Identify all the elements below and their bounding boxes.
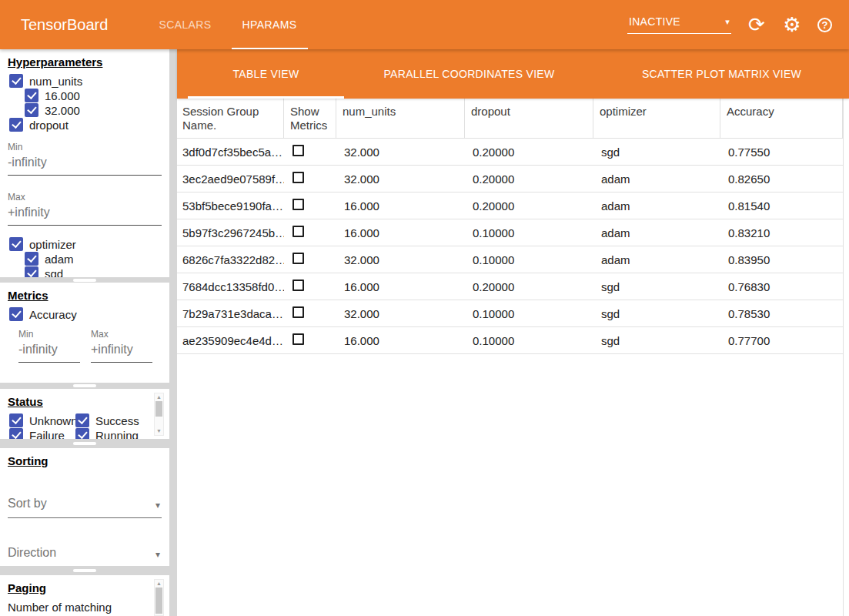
paging-scrollbar[interactable]: ▲ — [154, 579, 164, 616]
checkbox-label: adam — [45, 253, 74, 266]
show-metrics-cell — [284, 199, 336, 213]
session-group-name-cell[interactable]: 6826c7fa3322d82… — [177, 253, 284, 266]
checkbox-label: optimizer — [29, 238, 76, 251]
sidebar: Hyperparameters num_units16.00032.000dro… — [0, 49, 169, 616]
accuracy-cell: 0.81540 — [720, 199, 843, 213]
session-group-name-cell[interactable]: ae235909ec4e4d… — [177, 334, 284, 347]
column-header-session-group-name: Session Group Name. — [177, 99, 284, 138]
show-metrics-checkbox[interactable] — [292, 172, 304, 183]
show-metrics-checkbox[interactable] — [292, 280, 304, 291]
table-row: 7b29a731e3daca…32.0000.10000sgd0.78530 — [177, 300, 843, 327]
dropout-min-field[interactable]: Min -infinity — [8, 142, 162, 176]
accuracy-max-field[interactable]: Max +infinity — [91, 329, 152, 363]
session-group-name-cell[interactable]: 7684dcc13358fd0… — [177, 280, 284, 293]
nav-tab-hparams[interactable]: HPARAMS — [227, 0, 313, 49]
num_units-cell: 16.000 — [336, 199, 465, 213]
show-metrics-checkbox[interactable] — [292, 333, 304, 345]
checkbox-label: Success — [95, 414, 139, 427]
view-tab-table-view[interactable]: TABLE VIEW — [188, 49, 344, 99]
min-label: Min — [8, 142, 162, 152]
scroll-up-icon[interactable]: ▲ — [156, 394, 162, 400]
show-metrics-cell — [284, 172, 336, 186]
checkbox-num-units[interactable] — [9, 74, 23, 88]
checkbox-dropout[interactable] — [9, 118, 23, 132]
help-icon[interactable]: ? — [817, 18, 832, 32]
column-header-show-metrics: Show Metrics — [284, 99, 336, 138]
session-group-name-cell[interactable]: 53bf5bece9190fa… — [177, 199, 284, 213]
checkbox-row-sgd: sgd — [25, 266, 162, 277]
min-input[interactable]: -infinity — [18, 340, 80, 363]
dropout-cell: 0.20000 — [465, 199, 593, 213]
table-row: 5b97f3c2967245b…16.0000.10000adam0.83210 — [177, 219, 843, 246]
show-metrics-checkbox[interactable] — [292, 226, 304, 237]
min-label: Min — [18, 329, 80, 340]
optimizer-cell: adam — [593, 226, 720, 239]
scrollbar-thumb[interactable] — [155, 588, 162, 614]
reload-status-select[interactable]: INACTIVE ▾ — [627, 15, 731, 34]
checkbox-accuracy[interactable] — [9, 307, 23, 321]
scrollbar-thumb[interactable] — [155, 401, 162, 417]
max-label: Max — [8, 192, 162, 203]
section-resize-handle[interactable] — [0, 277, 169, 283]
column-header-optimizer: optimizer — [593, 99, 720, 138]
min-input[interactable]: -infinity — [8, 152, 162, 176]
show-metrics-checkbox[interactable] — [292, 306, 304, 318]
section-resize-handle[interactable] — [0, 566, 169, 575]
dropout-cell: 0.10000 — [465, 253, 593, 266]
sort-by-select[interactable]: Sort by ▾ — [8, 497, 162, 518]
accuracy-cell: 0.82650 — [720, 172, 843, 186]
num_units-cell: 32.000 — [336, 253, 465, 266]
checkbox-label: num_units — [29, 75, 82, 88]
show-metrics-cell — [284, 280, 336, 293]
sorting-heading: Sorting — [8, 454, 162, 467]
checkbox-row-failure: Failure — [9, 428, 74, 439]
view-tab-parallel-coordinates-view[interactable]: PARALLEL COORDINATES VIEW — [344, 49, 594, 99]
checkbox-sgd[interactable] — [25, 266, 38, 277]
view-tab-scatter-plot-matrix-view[interactable]: SCATTER PLOT MATRIX VIEW — [594, 49, 849, 99]
show-metrics-cell — [284, 226, 336, 239]
section-resize-handle[interactable] — [0, 383, 169, 389]
checkbox-running[interactable] — [75, 428, 89, 439]
checkbox-failure[interactable] — [9, 428, 23, 439]
accuracy-min-field[interactable]: Min -infinity — [18, 329, 80, 363]
scroll-up-icon[interactable]: ▲ — [156, 581, 162, 587]
nav-tab-scalars[interactable]: SCALARS — [143, 0, 226, 49]
metrics-section: Metrics Accuracy Min -infinity Max +infi… — [0, 283, 169, 383]
max-input[interactable]: +infinity — [91, 340, 152, 363]
session-group-name-cell[interactable]: 5b97f3c2967245b… — [177, 226, 284, 239]
show-metrics-checkbox[interactable] — [292, 199, 304, 210]
session-group-name-cell[interactable]: 3ec2aed9e07589f… — [177, 172, 284, 186]
checkbox-16-000[interactable] — [25, 89, 38, 102]
gear-icon[interactable]: ⚙ — [782, 15, 802, 35]
table-row: 6826c7fa3322d82…32.0000.10000adam0.83950 — [177, 246, 843, 273]
status-heading: Status — [8, 395, 162, 408]
max-input[interactable]: +infinity — [8, 203, 162, 226]
dropout-cell: 0.20000 — [465, 280, 593, 293]
scroll-down-icon[interactable]: ▼ — [156, 428, 162, 434]
checkbox-label: sgd — [45, 267, 63, 278]
table-row: 7684dcc13358fd0…16.0000.20000sgd0.76830 — [177, 273, 843, 300]
accuracy-cell: 0.77700 — [720, 334, 843, 347]
checkbox-row-unknown: Unknown — [9, 413, 74, 427]
checkbox-row-accuracy: Accuracy — [9, 307, 162, 321]
optimizer-cell: adam — [593, 253, 720, 266]
checkbox-unknown[interactable] — [9, 413, 23, 427]
session-group-name-cell[interactable]: 7b29a731e3daca… — [177, 307, 284, 320]
checkbox-adam[interactable] — [25, 252, 38, 266]
status-scrollbar[interactable]: ▲ ▼ — [154, 393, 164, 436]
checkbox-32-000[interactable] — [25, 103, 38, 117]
table-header-row: Session Group Name.Show Metricsnum_units… — [177, 99, 843, 139]
table-row: ae235909ec4e4d…16.0000.10000sgd0.77700 — [177, 327, 843, 354]
column-header-num-units: num_units — [336, 99, 465, 138]
checkbox-success[interactable] — [75, 413, 89, 427]
show-metrics-checkbox[interactable] — [292, 253, 304, 264]
section-resize-handle[interactable] — [0, 439, 169, 448]
checkbox-label: 16.000 — [45, 89, 80, 102]
session-group-name-cell[interactable]: 3df0d7cf35bec5a… — [177, 146, 284, 159]
dropout-max-field[interactable]: Max +infinity — [8, 192, 162, 226]
checkbox-optimizer[interactable] — [9, 237, 23, 251]
direction-select[interactable]: Direction ▾ — [8, 546, 162, 566]
top-toolbar: TensorBoard SCALARSHPARAMS INACTIVE ▾ ⟳ … — [0, 0, 849, 49]
refresh-icon[interactable]: ⟳ — [747, 15, 767, 35]
show-metrics-checkbox[interactable] — [292, 145, 304, 156]
